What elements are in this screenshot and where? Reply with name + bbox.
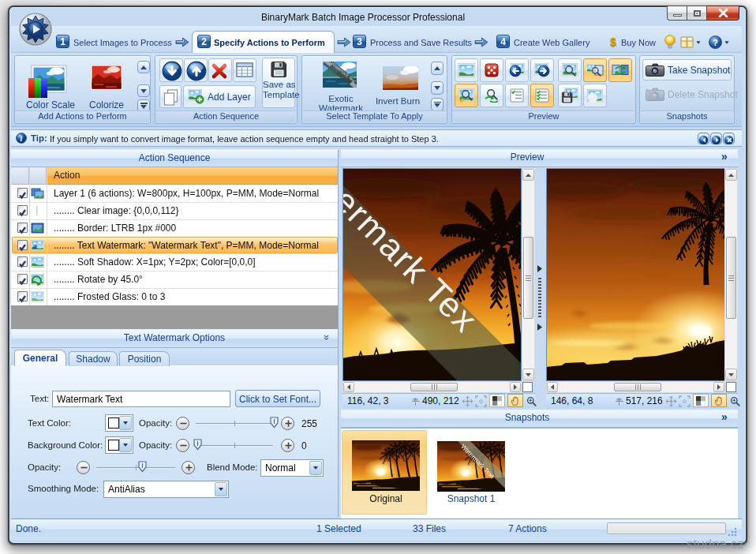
svg-text:?: ? bbox=[713, 38, 718, 47]
svg-text:i: i bbox=[21, 134, 23, 143]
